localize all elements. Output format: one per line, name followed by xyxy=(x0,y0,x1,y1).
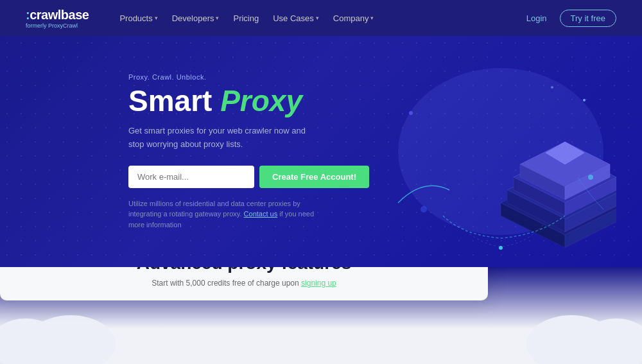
nav-developers[interactable]: Developers ▾ xyxy=(167,11,225,26)
hero-subtitle: Get smart proxies for your web crawler n… xyxy=(128,125,321,152)
chevron-down-icon: ▾ xyxy=(216,15,219,21)
svg-point-17 xyxy=(583,99,586,101)
svg-point-18 xyxy=(588,175,593,180)
feature-card: Intelligent. Secure. Proxies Advanced pr… xyxy=(0,267,488,300)
logo[interactable]: :crawlbase formerly ProxyCrawl xyxy=(26,8,89,29)
cloud-transition: Intelligent. Secure. Proxies Advanced pr… xyxy=(0,267,642,364)
signup-link[interactable]: signing up xyxy=(301,279,336,288)
brand-formerly: formerly ProxyCrawl xyxy=(26,22,89,29)
hero-form: Create Free Account! xyxy=(128,166,321,188)
hero-eyebrow: Proxy. Crawl. Unblock. xyxy=(128,73,321,81)
brand-name: :crawlbase xyxy=(26,8,89,22)
svg-point-20 xyxy=(551,86,553,89)
chevron-down-icon: ▾ xyxy=(155,15,158,21)
cloud-left xyxy=(0,306,128,364)
create-account-button[interactable]: Create Free Account! xyxy=(259,166,369,188)
hero-title: Smart Proxy xyxy=(128,85,321,117)
hero-note: Utilize millions of residential and data… xyxy=(128,198,321,230)
hero-illustration xyxy=(360,49,616,254)
nav-company[interactable]: Company ▾ xyxy=(328,11,379,26)
hero-section: Proxy. Crawl. Unblock. Smart Proxy Get s… xyxy=(0,36,642,267)
nav-links: Products ▾ Developers ▾ Pricing Use Case… xyxy=(114,11,521,26)
nav-pricing[interactable]: Pricing xyxy=(228,11,264,26)
hero-content: Proxy. Crawl. Unblock. Smart Proxy Get s… xyxy=(0,73,321,230)
chevron-down-icon: ▾ xyxy=(370,15,374,21)
card-title: Advanced proxy features xyxy=(26,267,462,273)
cloud-right xyxy=(514,306,642,364)
try-free-button[interactable]: Try it free xyxy=(560,10,616,27)
email-input[interactable] xyxy=(128,166,254,188)
nav-products[interactable]: Products ▾ xyxy=(114,11,162,26)
login-button[interactable]: Login xyxy=(521,11,552,26)
card-subtitle: Start with 5,000 credits free of charge … xyxy=(26,279,462,288)
chevron-down-icon: ▾ xyxy=(316,15,319,21)
nav-actions: Login Try it free xyxy=(521,10,616,27)
nav-use-cases[interactable]: Use Cases ▾ xyxy=(268,11,324,26)
svg-point-16 xyxy=(409,111,413,115)
svg-point-19 xyxy=(421,206,427,212)
contact-link[interactable]: Contact us xyxy=(244,210,278,218)
navbar: :crawlbase formerly ProxyCrawl Products … xyxy=(0,0,642,36)
